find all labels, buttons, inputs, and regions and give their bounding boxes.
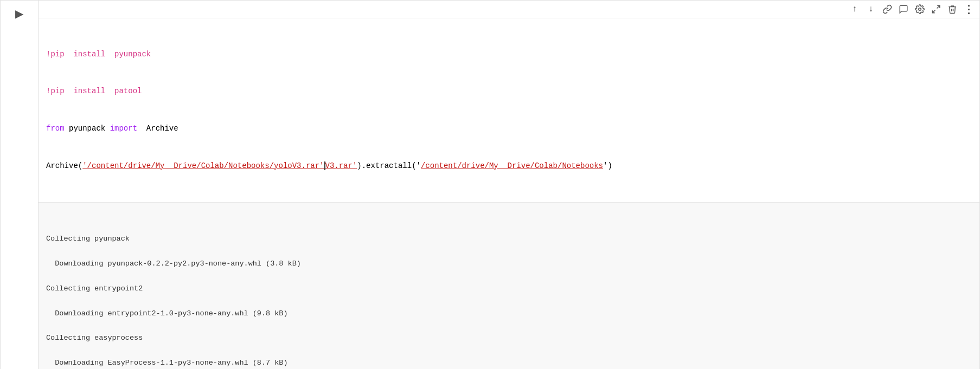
cell-gutter: ▶: [1, 1, 39, 369]
code-editor[interactable]: !pip install pyunpack !pip install patoo…: [39, 18, 979, 203]
module-name: pyunpack: [65, 124, 110, 133]
output-line-4: Downloading entrypoint2-1.0-py3-none-any…: [46, 308, 972, 320]
comment-icon[interactable]: [897, 3, 910, 16]
svg-line-1: [937, 5, 940, 8]
trash-icon[interactable]: [946, 3, 959, 16]
run-button[interactable]: ▶: [12, 6, 27, 21]
import-keyword: import: [110, 124, 137, 133]
path-string-1b: V3.rar': [325, 161, 357, 170]
output-line-3: Collecting entrypoint2: [46, 283, 972, 295]
pip-keyword-2: !pip install patool: [46, 87, 142, 95]
path-string-1: '/content/drive/My Drive/Colab/Notebooks…: [82, 161, 324, 170]
pip-keyword-1: !pip install pyunpack: [46, 50, 151, 59]
arrow-down-icon[interactable]: ↓: [864, 3, 877, 16]
close-paren: '): [603, 161, 612, 170]
svg-point-0: [919, 8, 921, 11]
cell-content: ↑ ↓: [39, 1, 979, 369]
cell-toolbar: ↑ ↓: [39, 1, 979, 18]
imported-name: Archive: [137, 124, 178, 133]
method-chain: ).extractall(': [357, 161, 421, 170]
code-line-4: Archive('/content/drive/My Drive/Colab/N…: [46, 160, 972, 173]
output-line-1: Collecting pyunpack: [46, 233, 972, 245]
code-line-3: from pyunpack import Archive: [46, 122, 972, 135]
settings-icon[interactable]: [913, 3, 926, 16]
output-line-6: Downloading EasyProcess-1.1-py3-none-any…: [46, 357, 972, 369]
from-keyword: from: [46, 124, 65, 133]
arrow-up-icon[interactable]: ↑: [848, 3, 861, 16]
output-line-5: Collecting easyprocess: [46, 332, 972, 345]
expand-icon[interactable]: [930, 3, 943, 16]
notebook-cell: ▶ ↑ ↓: [0, 0, 980, 369]
more-icon[interactable]: ⋮: [962, 3, 975, 16]
cell-output: Collecting pyunpack Downloading pyunpack…: [39, 203, 979, 369]
code-line-2: !pip install patool: [46, 85, 972, 98]
code-line-1: !pip install pyunpack: [46, 48, 972, 61]
path-string-2: /content/drive/My Drive/Colab/Notebooks: [421, 161, 603, 170]
paren-open: (: [78, 161, 82, 170]
link-icon[interactable]: [881, 3, 894, 16]
archive-call: Archive: [46, 161, 78, 170]
svg-line-2: [932, 10, 935, 13]
output-line-2: Downloading pyunpack-0.2.2-py2.py3-none-…: [46, 258, 972, 270]
